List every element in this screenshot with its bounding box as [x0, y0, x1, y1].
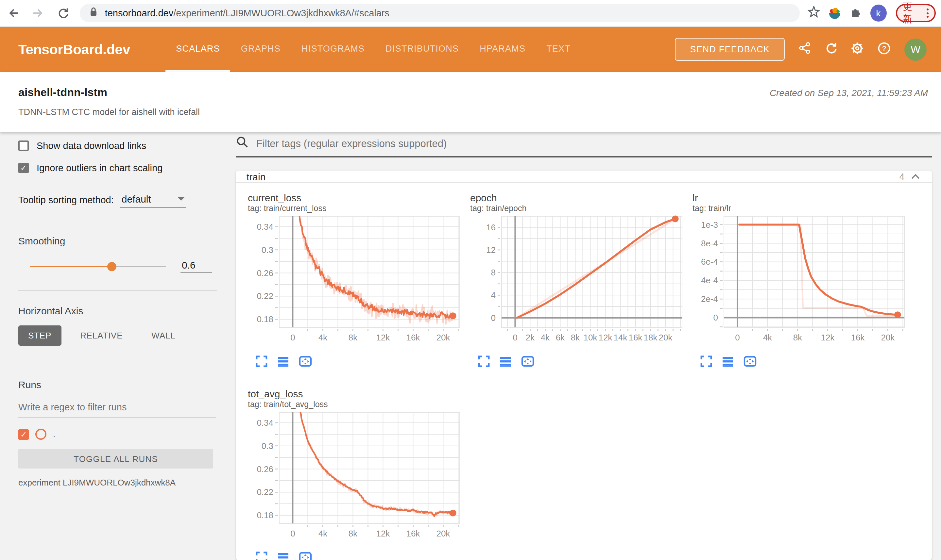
fit-domain-icon[interactable] — [299, 355, 312, 370]
header-actions: SEND FEEDBACK ? W — [675, 27, 927, 72]
chart-card-current_loss: current_losstag: train/current_loss04k8k… — [248, 192, 470, 370]
settings-gear-icon[interactable] — [851, 42, 864, 57]
svg-text:0.26: 0.26 — [257, 268, 273, 278]
refresh-icon[interactable] — [825, 42, 837, 57]
data-download-icon[interactable] — [500, 355, 511, 370]
axis-button-wall[interactable]: WALL — [142, 325, 185, 346]
fit-domain-icon[interactable] — [744, 355, 757, 370]
browser-toolbar: tensorboard.dev/experiment/LJI9MWUORLOw3… — [0, 0, 941, 27]
forward-icon[interactable] — [27, 2, 49, 24]
smoothing-value-input[interactable] — [180, 259, 212, 273]
chart-plot-current_loss[interactable]: 04k8k12k16k20k0.180.220.260.30.34 — [248, 214, 464, 351]
svg-text:2e-4: 2e-4 — [701, 294, 718, 304]
experiment-name: aishell-tdnn-lstm — [18, 86, 107, 99]
nav-tabs: SCALARSGRAPHSHISTOGRAMSDISTRIBUTIONSHPAR… — [165, 27, 581, 72]
svg-text:0: 0 — [491, 313, 496, 323]
user-avatar[interactable]: W — [904, 38, 927, 60]
address-bar[interactable]: tensorboard.dev/experiment/LJI9MWUORLOw3… — [80, 4, 800, 22]
svg-text:0: 0 — [713, 313, 718, 323]
svg-text:0.3: 0.3 — [262, 245, 273, 255]
chart-tag: tag: train/tot_avg_loss — [248, 400, 470, 410]
svg-text:8: 8 — [491, 268, 496, 277]
browser-menu-icon[interactable] — [927, 9, 929, 18]
toggle-all-runs-button[interactable]: TOGGLE ALL RUNS — [18, 449, 213, 469]
tooltip-sorting-row: Tooltip sorting method: default — [18, 194, 235, 208]
send-feedback-button[interactable]: SEND FEEDBACK — [675, 38, 785, 61]
tab-scalars[interactable]: SCALARS — [165, 27, 230, 72]
help-icon[interactable]: ? — [878, 42, 891, 57]
run-color-swatch[interactable] — [35, 429, 46, 440]
train-group-header[interactable]: train 4 — [236, 171, 932, 183]
runs-label: Runs — [18, 379, 235, 390]
svg-text:0: 0 — [290, 332, 295, 342]
browser-profile-avatar[interactable]: k — [870, 5, 886, 22]
svg-text:18k: 18k — [643, 332, 657, 342]
data-download-icon[interactable] — [277, 355, 289, 370]
browser-update-button[interactable]: 更新 — [896, 4, 936, 22]
chart-card-epoch: epochtag: train/epoch02k4k6k8k10k12k14k1… — [470, 192, 693, 370]
chart-toolbar — [700, 355, 915, 370]
charts-grid: current_losstag: train/current_loss04k8k… — [236, 183, 932, 560]
tab-text[interactable]: TEXT — [536, 27, 581, 72]
svg-text:4e-4: 4e-4 — [701, 275, 718, 285]
group-count: 4 — [899, 171, 904, 182]
tag-filter-input[interactable] — [255, 137, 932, 150]
svg-text:12k: 12k — [376, 332, 390, 342]
runs-regex-input[interactable] — [18, 399, 216, 418]
tooltip-sorting-select[interactable]: default — [120, 194, 186, 208]
svg-text:1e-3: 1e-3 — [701, 220, 718, 230]
svg-text:16k: 16k — [628, 332, 642, 342]
show-download-links-row[interactable]: Show data download links — [18, 137, 235, 154]
data-download-icon[interactable] — [722, 355, 734, 370]
share-icon[interactable] — [798, 42, 811, 57]
reload-icon[interactable] — [52, 2, 74, 24]
svg-text:8k: 8k — [349, 529, 358, 538]
slider-thumb[interactable] — [107, 262, 116, 271]
fullscreen-icon[interactable] — [478, 355, 490, 370]
chart-title: lr — [693, 192, 915, 204]
svg-text:4k: 4k — [541, 332, 550, 342]
experiment-description: TDNN-LSTM CTC model for aishell with ice… — [18, 107, 200, 117]
svg-text:8k: 8k — [571, 332, 580, 342]
tab-histograms[interactable]: HISTOGRAMS — [291, 27, 375, 72]
axis-button-step[interactable]: STEP — [18, 325, 61, 346]
ignore-outliers-checkbox[interactable]: ✓ — [18, 163, 29, 173]
run-name: . — [53, 429, 55, 439]
divider — [18, 363, 217, 363]
run-row[interactable]: ✓ . — [18, 429, 235, 440]
chart-plot-tot_avg_loss[interactable]: 04k8k12k16k20k0.180.220.260.30.34 — [248, 410, 464, 547]
chart-plot-lr[interactable]: 04k8k12k16k20k02e-44e-46e-48e-41e-3 — [693, 214, 908, 351]
chart-plot-epoch[interactable]: 02k4k6k8k10k12k14k16k18k20k0481216 — [470, 214, 686, 351]
smoothing-label: Smoothing — [18, 235, 235, 246]
collapse-chevron-icon[interactable] — [911, 171, 920, 182]
extensions-puzzle-icon[interactable] — [849, 6, 861, 20]
smoothing-slider[interactable] — [30, 266, 166, 267]
bookmark-star-icon[interactable] — [808, 6, 820, 21]
ignore-outliers-row[interactable]: ✓ Ignore outliers in chart scaling — [18, 160, 235, 177]
back-icon[interactable] — [3, 2, 25, 24]
data-download-icon[interactable] — [277, 551, 289, 560]
tab-distributions[interactable]: DISTRIBUTIONS — [375, 27, 469, 72]
svg-text:20k: 20k — [436, 332, 450, 342]
tab-graphs[interactable]: GRAPHS — [230, 27, 291, 72]
main-panel: train 4 current_losstag: train/current_l… — [236, 132, 932, 560]
axis-button-relative[interactable]: RELATIVE — [70, 325, 133, 346]
fullscreen-icon[interactable] — [256, 355, 267, 370]
smoothing-control — [18, 259, 235, 273]
extension-fruitbowl-icon[interactable] — [830, 8, 840, 18]
experiment-created-date: Created on Sep 13, 2021, 11:59:23 AM — [770, 88, 928, 98]
run-checkbox[interactable]: ✓ — [18, 429, 29, 440]
chart-title: tot_avg_loss — [248, 388, 470, 400]
fit-domain-icon[interactable] — [521, 355, 534, 370]
fullscreen-icon[interactable] — [700, 355, 712, 370]
chart-tag: tag: train/current_loss — [248, 204, 470, 214]
fit-domain-icon[interactable] — [299, 551, 312, 560]
svg-text:16k: 16k — [406, 332, 420, 342]
toolbar-right: k 更新 — [808, 4, 941, 22]
chart-tag: tag: train/lr — [693, 204, 915, 214]
tab-hparams[interactable]: HPARAMS — [469, 27, 536, 72]
divider — [18, 290, 217, 291]
chevron-down-icon — [178, 197, 184, 201]
show-download-links-checkbox[interactable] — [18, 140, 29, 151]
fullscreen-icon[interactable] — [256, 551, 267, 560]
